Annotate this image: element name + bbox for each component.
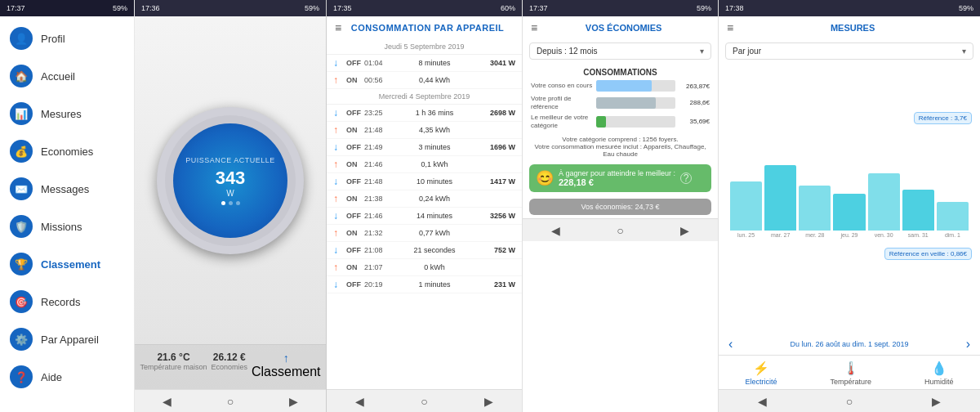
p5-bar-5 [902, 190, 934, 231]
time-3: 17:35 [333, 4, 352, 12]
chevron-down-icon-4: ▾ [700, 47, 704, 56]
off-arrow-icon: ↓ [333, 141, 346, 153]
sidebar-item-aide[interactable]: ❓ Aide [0, 358, 134, 396]
sidebar-item-messages[interactable]: ✉️ Messages [0, 170, 134, 208]
type-cell: ON [346, 126, 364, 134]
menu-icon-3[interactable]: ▶ [484, 395, 493, 408]
tab-humidite[interactable]: 💧 Humidité [924, 360, 954, 386]
p4-green-amount: 228,18 € [559, 177, 675, 187]
aide-icon: ❓ [10, 365, 33, 388]
p4-bar-label-2: Le meilleur de votre catégorie [531, 114, 596, 129]
back-icon-4[interactable]: ◀ [551, 224, 560, 237]
sidebar-item-classement[interactable]: 🏆 Classement [0, 245, 134, 283]
type-cell: OFF [346, 212, 364, 220]
accueil-icon: 🏠 [10, 65, 33, 87]
battery-1: 59% [113, 4, 127, 12]
kwh-cell: 0,24 kWh [390, 195, 479, 203]
p5-bar-date-0: lun. 25 [737, 232, 755, 238]
menu-icon-4[interactable]: ▶ [680, 224, 689, 237]
type-cell: ON [346, 229, 364, 237]
p3-day-header: Mercredi 4 Septembre 2019 [327, 89, 522, 105]
hamburger-icon-4[interactable]: ≡ [531, 21, 537, 34]
time-cell: 23:25 [364, 109, 390, 117]
type-cell: OFF [346, 246, 364, 254]
p4-period-selector[interactable]: Depuis : 12 mois ▾ [529, 43, 711, 60]
sidebar-item-par-appareil[interactable]: ⚙️ Par Appareil [0, 320, 134, 358]
menu-icon-2[interactable]: ▶ [289, 395, 298, 408]
list-item: sam. 31 [902, 190, 934, 238]
next-arrow-icon[interactable]: › [966, 337, 970, 352]
footer-eco: 26.12 € Economies [212, 352, 248, 379]
p5-bottom-tabs: ⚡ Electricité 🌡️ Température 💧 Humidité [719, 355, 980, 389]
classement-icon: 🏆 [10, 253, 33, 275]
nav-bar-5: ◀ ○ ▶ [719, 389, 980, 412]
menu-icon-5[interactable]: ▶ [932, 395, 941, 408]
sidebar-item-records[interactable]: 🎯 Records [0, 283, 134, 320]
status-bar-3: 17:35 60% [327, 0, 522, 16]
duration-cell: 14 minutes [390, 212, 479, 220]
p5-period-selector[interactable]: Par jour ▾ [725, 43, 973, 60]
back-icon-5[interactable]: ◀ [758, 395, 767, 408]
off-arrow-icon: ↓ [333, 176, 346, 187]
home-icon-5[interactable]: ○ [846, 395, 853, 408]
footer-classement-label: Classement [252, 365, 320, 379]
off-arrow-icon: ↓ [333, 57, 346, 69]
p4-bar-bg-0 [596, 80, 675, 92]
type-cell: ON [346, 76, 364, 84]
type-cell: OFF [346, 280, 364, 289]
home-icon-3[interactable]: ○ [421, 395, 427, 408]
profil-icon: 👤 [10, 27, 33, 50]
on-arrow-icon: ↑ [333, 74, 346, 86]
p5-bar-date-3: jeu. 29 [840, 232, 858, 238]
list-item: ven. 30 [868, 173, 900, 238]
p5-bar-2 [799, 186, 831, 231]
time-cell: 01:04 [364, 59, 390, 67]
table-row: ↑ ON 21:07 0 kWh [327, 259, 522, 276]
home-icon-2[interactable]: ○ [227, 395, 234, 408]
tab-electricite[interactable]: ⚡ Electricité [745, 360, 777, 386]
time-cell: 21:48 [364, 177, 390, 186]
electricite-icon: ⚡ [753, 360, 769, 376]
p5-bar-0 [730, 181, 762, 231]
p5-chart-area: Référence : 3,7€ lun. 25 mar. 27 mer. 28… [719, 63, 980, 334]
hamburger-icon-5[interactable]: ≡ [727, 21, 733, 34]
sidebar-item-profil[interactable]: 👤 Profil [0, 20, 134, 57]
back-icon-3[interactable]: ◀ [355, 395, 364, 408]
p4-bar-bg-1 [596, 97, 675, 109]
time-5: 17:38 [725, 4, 744, 12]
p4-bar-label-1: Votre profil de référence [531, 95, 596, 110]
question-icon-green[interactable]: ? [680, 172, 692, 184]
off-arrow-icon: ↓ [333, 210, 346, 222]
messages-icon: ✉️ [10, 177, 33, 200]
home-icon-4[interactable]: ○ [617, 224, 623, 237]
off-arrow-icon: ↓ [333, 279, 346, 290]
sidebar-label-aide: Aide [41, 371, 62, 383]
gauge-dot-2 [229, 201, 233, 205]
p5-selector-text: Par jour [733, 47, 761, 56]
p3-day-header: Jeudi 5 Septembre 2019 [327, 39, 522, 55]
footer-classement: ↑ Classement [252, 352, 320, 379]
sidebar-item-accueil[interactable]: 🏠 Accueil [0, 57, 134, 95]
p4-gray-box: Vos économies: 24,73 € [529, 199, 711, 215]
sidebar-label-missions: Missions [41, 221, 82, 233]
on-arrow-icon: ↑ [333, 227, 346, 239]
p4-bar-label-0: Votre conso en cours [531, 82, 596, 90]
list-item: lun. 25 [730, 181, 762, 238]
watt-cell: 231 W [479, 280, 515, 289]
sidebar-item-mesures[interactable]: 📊 Mesures [0, 95, 134, 132]
footer-temp: 21.6 °C Température maison [140, 352, 207, 379]
hamburger-icon-3[interactable]: ≡ [335, 21, 341, 34]
sidebar-item-missions[interactable]: 🛡️ Missions [0, 208, 134, 245]
back-icon-2[interactable]: ◀ [163, 395, 172, 408]
p4-bar-val-2: 35,69€ [679, 118, 710, 125]
status-bar-1: 17:37 59% [0, 0, 134, 16]
electricite-label: Electricité [745, 378, 777, 386]
tab-temperature[interactable]: 🌡️ Température [830, 360, 871, 386]
p5-title: MESURES [733, 23, 972, 33]
time-1: 17:37 [7, 4, 25, 12]
sidebar-item-economies[interactable]: 💰 Economies [0, 132, 134, 170]
battery-3: 60% [501, 4, 515, 12]
prev-arrow-icon[interactable]: ‹ [728, 337, 733, 352]
ref-label-high: Référence : 3,7€ [914, 112, 972, 124]
kwh-cell: 0,77 kWh [390, 229, 479, 237]
